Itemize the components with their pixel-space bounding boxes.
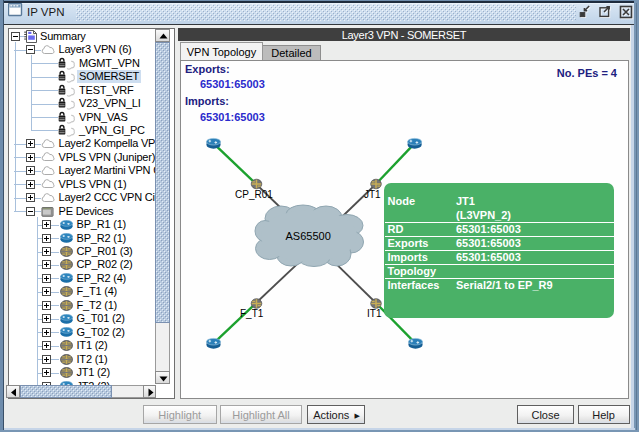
svg-text:AS65500: AS65500 bbox=[286, 230, 331, 242]
svg-text:CP_R01: CP_R01 bbox=[235, 189, 273, 200]
svg-text:JT1: JT1 bbox=[364, 189, 381, 200]
svg-text:IT1: IT1 bbox=[367, 308, 382, 319]
svg-text:F_T1: F_T1 bbox=[240, 308, 264, 319]
